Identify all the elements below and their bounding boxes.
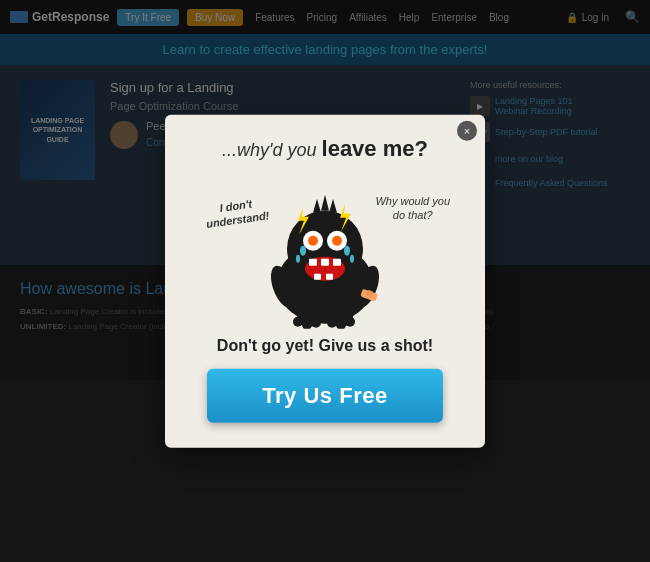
svg-point-12 bbox=[296, 254, 300, 262]
speech-bubble-right: Why would you do that? bbox=[375, 193, 450, 222]
exit-intent-popup: × ...why'd you leave me? I don't underst… bbox=[165, 115, 485, 448]
svg-point-9 bbox=[308, 235, 318, 245]
headline-bold: leave me? bbox=[322, 136, 428, 161]
svg-point-30 bbox=[345, 316, 355, 326]
svg-marker-2 bbox=[313, 198, 321, 212]
svg-point-28 bbox=[327, 317, 337, 327]
popup-subtext: Don't go yet! Give us a shot! bbox=[190, 336, 460, 354]
svg-rect-19 bbox=[314, 273, 321, 279]
popup-content: ...why'd you leave me? I don't understan… bbox=[165, 115, 485, 448]
headline-part1: ...why'd you bbox=[222, 140, 321, 160]
svg-rect-18 bbox=[333, 258, 341, 265]
svg-point-27 bbox=[311, 317, 321, 327]
svg-marker-4 bbox=[329, 198, 337, 212]
popup-headline: ...why'd you leave me? bbox=[190, 135, 460, 164]
svg-point-10 bbox=[332, 235, 342, 245]
svg-point-14 bbox=[350, 254, 354, 262]
svg-marker-3 bbox=[321, 194, 329, 210]
background-page: GetResponse Try It Free Buy Now Features… bbox=[0, 0, 650, 562]
svg-rect-20 bbox=[326, 273, 333, 279]
close-button[interactable]: × bbox=[457, 121, 477, 141]
svg-rect-17 bbox=[321, 258, 329, 265]
try-us-free-button[interactable]: Try Us Free bbox=[207, 368, 442, 422]
monster-svg bbox=[235, 168, 415, 328]
svg-point-13 bbox=[344, 245, 350, 255]
svg-rect-16 bbox=[309, 258, 317, 265]
svg-point-11 bbox=[300, 245, 306, 255]
monster-illustration: I don't understand! Why would you do tha… bbox=[190, 168, 460, 328]
svg-point-25 bbox=[293, 316, 303, 326]
